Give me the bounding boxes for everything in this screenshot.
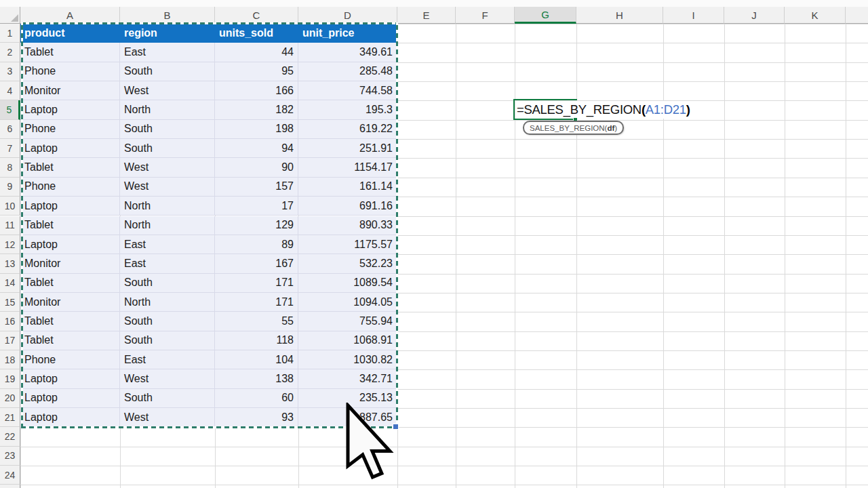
row-header-11[interactable]: 11	[0, 216, 20, 235]
row-header-17[interactable]: 17	[0, 331, 20, 350]
cell-C16[interactable]: 55	[215, 312, 298, 331]
cell-C12[interactable]: 89	[215, 235, 298, 254]
cell-B5[interactable]: North	[120, 100, 215, 119]
cell-B10[interactable]: North	[120, 197, 215, 216]
row-header-23[interactable]: 23	[0, 447, 20, 466]
column-header-K[interactable]: K	[785, 7, 846, 24]
row-header-21[interactable]: 21	[0, 408, 20, 427]
cell-B11[interactable]: North	[120, 216, 215, 235]
cell-A10[interactable]: Laptop	[20, 197, 120, 216]
cell-A7[interactable]: Laptop	[20, 139, 120, 158]
cell-D8[interactable]: 1154.17	[298, 158, 397, 177]
cell-B20[interactable]: South	[120, 389, 215, 408]
cell-C15[interactable]: 171	[215, 293, 298, 312]
cell-D2[interactable]: 349.61	[298, 43, 397, 62]
column-header-F[interactable]: F	[456, 7, 515, 24]
cell-C1[interactable]: units_sold	[215, 24, 298, 43]
cell-B4[interactable]: West	[120, 81, 215, 100]
cell-B19[interactable]: West	[120, 369, 215, 388]
cell-D1[interactable]: unit_price	[298, 24, 397, 43]
column-header-D[interactable]: D	[298, 7, 397, 24]
cell-D3[interactable]: 285.48	[298, 62, 397, 81]
row-header-24[interactable]: 24	[0, 466, 20, 485]
cell-D12[interactable]: 1175.57	[298, 235, 397, 254]
cell-B18[interactable]: East	[120, 350, 215, 369]
cell-B7[interactable]: South	[120, 139, 215, 158]
column-header-G[interactable]: G	[515, 7, 576, 24]
column-header-J[interactable]: J	[724, 7, 785, 24]
cell-A4[interactable]: Monitor	[20, 81, 120, 100]
row-header-16[interactable]: 16	[0, 312, 20, 331]
cell-A1[interactable]: product	[20, 24, 120, 43]
cell-B15[interactable]: North	[120, 293, 215, 312]
cell-D18[interactable]: 1030.82	[298, 350, 397, 369]
cell-D4[interactable]: 744.58	[298, 81, 397, 100]
cell-C6[interactable]: 198	[215, 120, 298, 139]
cell-D9[interactable]: 161.14	[298, 178, 397, 197]
column-header-E[interactable]: E	[397, 7, 456, 24]
row-header-18[interactable]: 18	[0, 350, 20, 369]
column-header-I[interactable]: I	[663, 7, 724, 24]
cell-A18[interactable]: Phone	[20, 350, 120, 369]
cell-B1[interactable]: region	[120, 24, 215, 43]
column-header-L[interactable]: L	[846, 7, 868, 24]
cell-D15[interactable]: 1094.05	[298, 293, 397, 312]
cell-B21[interactable]: West	[120, 408, 215, 427]
row-header-15[interactable]: 15	[0, 293, 20, 312]
row-header-3[interactable]: 3	[0, 62, 20, 81]
cell-A12[interactable]: Laptop	[20, 235, 120, 254]
cell-D5[interactable]: 195.3	[298, 100, 397, 119]
row-header-19[interactable]: 19	[0, 369, 20, 388]
row-header-14[interactable]: 14	[0, 274, 20, 293]
row-header-9[interactable]: 9	[0, 178, 20, 197]
row-header-7[interactable]: 7	[0, 139, 20, 158]
cell-C5[interactable]: 182	[215, 100, 298, 119]
cell-D10[interactable]: 691.16	[298, 197, 397, 216]
cell-D11[interactable]: 890.33	[298, 216, 397, 235]
cell-C14[interactable]: 171	[215, 274, 298, 293]
row-header-12[interactable]: 12	[0, 235, 20, 254]
cell-C18[interactable]: 104	[215, 350, 298, 369]
cell-B3[interactable]: South	[120, 62, 215, 81]
cell-A16[interactable]: Tablet	[20, 312, 120, 331]
cell-A11[interactable]: Tablet	[20, 216, 120, 235]
row-header-10[interactable]: 10	[0, 197, 20, 216]
cell-C11[interactable]: 129	[215, 216, 298, 235]
formula-edit-text[interactable]: =SALES_BY_REGION(A1:D21)	[517, 100, 690, 120]
cell-A2[interactable]: Tablet	[20, 43, 120, 62]
cell-A20[interactable]: Laptop	[20, 389, 120, 408]
row-header-25[interactable]: 25	[0, 485, 20, 488]
row-header-1[interactable]: 1	[0, 24, 20, 43]
cell-A5[interactable]: Laptop	[20, 100, 120, 119]
row-header-4[interactable]: 4	[0, 81, 20, 100]
cell-D17[interactable]: 1068.91	[298, 331, 397, 350]
cell-C7[interactable]: 94	[215, 139, 298, 158]
cell-A19[interactable]: Laptop	[20, 369, 120, 388]
cell-D14[interactable]: 1089.54	[298, 274, 397, 293]
row-header-8[interactable]: 8	[0, 158, 20, 177]
cell-C10[interactable]: 17	[215, 197, 298, 216]
cell-B16[interactable]: South	[120, 312, 215, 331]
column-header-C[interactable]: C	[215, 7, 298, 24]
cell-B6[interactable]: South	[120, 120, 215, 139]
row-header-5[interactable]: 5	[0, 100, 20, 119]
cell-D16[interactable]: 755.94	[298, 312, 397, 331]
cell-D13[interactable]: 532.23	[298, 254, 397, 273]
row-header-22[interactable]: 22	[0, 427, 20, 446]
cell-D6[interactable]: 619.22	[298, 120, 397, 139]
cell-C3[interactable]: 95	[215, 62, 298, 81]
cell-C19[interactable]: 138	[215, 369, 298, 388]
cell-C8[interactable]: 90	[215, 158, 298, 177]
cell-A14[interactable]: Tablet	[20, 274, 120, 293]
cell-A8[interactable]: Tablet	[20, 158, 120, 177]
cell-A17[interactable]: Tablet	[20, 331, 120, 350]
row-header-6[interactable]: 6	[0, 120, 20, 139]
column-header-B[interactable]: B	[120, 7, 215, 24]
cell-A13[interactable]: Monitor	[20, 254, 120, 273]
select-all-button[interactable]	[0, 7, 20, 24]
column-header-H[interactable]: H	[576, 7, 663, 24]
cell-B14[interactable]: South	[120, 274, 215, 293]
column-header-A[interactable]: A	[20, 7, 120, 24]
cell-C13[interactable]: 167	[215, 254, 298, 273]
cell-A15[interactable]: Monitor	[20, 293, 120, 312]
